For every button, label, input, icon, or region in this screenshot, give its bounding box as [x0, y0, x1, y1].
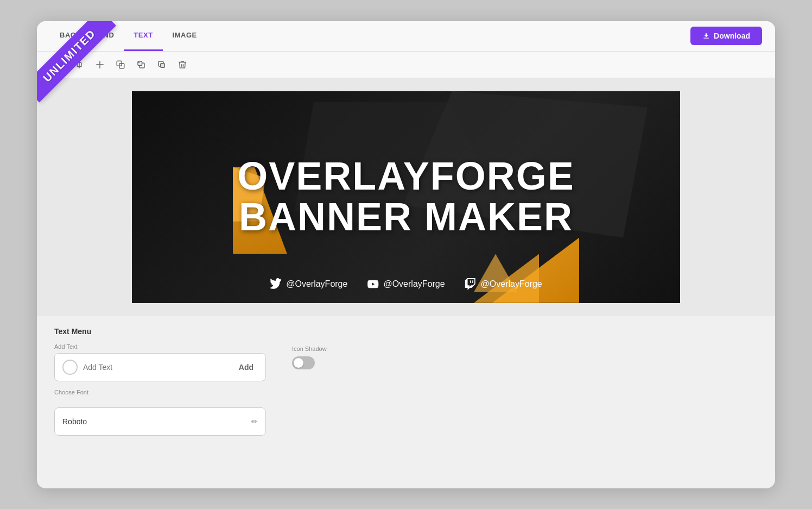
add-text-group: Add Text Add [54, 343, 266, 381]
choose-font-group: Choose Font Roboto ✏ [54, 389, 266, 436]
toolbar-distribute-v[interactable] [71, 56, 88, 73]
toolbar-duplicate[interactable] [112, 56, 129, 73]
icon-shadow-toggle-container [292, 356, 327, 369]
toolbar-align-h[interactable] [50, 56, 67, 73]
banner-social-bar: @OverlayForge @OverlayForge @OverlayForg… [270, 278, 542, 290]
icon-shadow-toggle[interactable] [292, 356, 315, 369]
icon-shadow-label: Icon Shadow [292, 345, 327, 352]
twitter-handle: @OverlayForge [286, 279, 347, 289]
banner-title-line2: BANNER MAKER [132, 197, 680, 238]
twitter-icon [270, 278, 282, 290]
left-form-col: Add Text Add Choose Font Roboto ✏ [54, 343, 266, 436]
font-value: Roboto [62, 417, 246, 426]
add-text-input-row[interactable]: Add [54, 353, 266, 381]
youtube-handle: @OverlayForge [383, 279, 445, 289]
font-input-row[interactable]: Roboto ✏ [54, 407, 266, 436]
text-menu-title: Text Menu [54, 327, 758, 336]
toolbar-delete[interactable] [174, 56, 191, 73]
tab-image[interactable]: IMAGE [163, 21, 207, 52]
add-text-button[interactable]: Add [234, 361, 258, 374]
tab-text[interactable]: TEXT [124, 21, 162, 52]
banner-canvas[interactable]: OVERLAYFORGE BANNER MAKER @OverlayForge … [132, 91, 680, 303]
right-form-col: Icon Shadow [292, 343, 327, 369]
text-input-icon [62, 360, 78, 375]
svg-rect-11 [161, 63, 165, 67]
toolbar-send-backward[interactable] [153, 56, 170, 73]
add-text-input[interactable] [83, 363, 229, 372]
edit-font-icon[interactable]: ✏ [251, 417, 258, 426]
form-row: Add Text Add Choose Font Roboto ✏ [54, 343, 758, 436]
social-twitter: @OverlayForge [270, 278, 347, 290]
add-text-label: Add Text [54, 343, 266, 350]
youtube-icon [367, 278, 379, 290]
tab-background[interactable]: BACKGROUND [50, 21, 124, 52]
banner-main-text: OVERLAYFORGE BANNER MAKER [132, 156, 680, 238]
bottom-panel: Text Menu Add Text Add Choose Font Robot… [37, 316, 775, 449]
banner-title-line1: OVERLAYFORGE [132, 156, 680, 197]
twitch-handle: @OverlayForge [481, 279, 542, 289]
choose-font-label: Choose Font [54, 389, 266, 395]
toggle-knob [294, 358, 303, 368]
download-icon [702, 32, 710, 40]
toolbar-bring-forward[interactable] [132, 56, 150, 73]
canvas-area: OVERLAYFORGE BANNER MAKER @OverlayForge … [37, 78, 775, 316]
social-twitch: @OverlayForge [465, 278, 542, 290]
top-nav: BACKGROUND TEXT IMAGE Download [37, 21, 775, 52]
social-youtube: @OverlayForge [367, 278, 445, 290]
twitch-icon [465, 278, 477, 290]
download-button[interactable]: Download [690, 27, 762, 45]
toolbar [37, 52, 775, 78]
toolbar-align-v[interactable] [91, 56, 109, 73]
app-container: UNLIMITED BACKGROUND TEXT IMAGE Download [37, 21, 775, 488]
icon-shadow-group: Icon Shadow [292, 345, 327, 369]
